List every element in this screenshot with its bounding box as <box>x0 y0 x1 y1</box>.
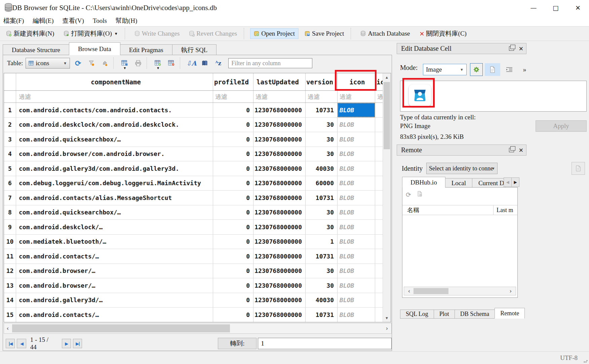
cell-icon-blob[interactable]: BLOB <box>338 147 375 161</box>
last-page-button[interactable]: ▶| <box>73 339 82 348</box>
scroll-left-icon[interactable]: ‹ <box>405 288 413 294</box>
edit-cell-dock-titlebar[interactable]: Edit Database Cell ✕ <box>397 43 526 54</box>
cell-partial[interactable] <box>375 278 383 293</box>
cell-icon-blob[interactable]: BLOB <box>338 278 375 293</box>
cell-version[interactable]: 40030 <box>306 293 338 308</box>
scroll-left-icon[interactable]: ‹ <box>4 325 11 332</box>
row-number[interactable]: 14 <box>4 293 16 308</box>
tab-edit-pragmas[interactable]: Edit Pragmas <box>120 44 172 55</box>
cell-version[interactable]: 30 <box>306 118 338 132</box>
row-number[interactable]: 5 <box>4 161 16 176</box>
more-tools-chevron[interactable]: » <box>518 63 531 76</box>
goto-record-input[interactable] <box>258 338 392 349</box>
open-project-button[interactable]: Open Project <box>250 28 299 39</box>
cell-profileId[interactable]: 0 <box>213 293 253 308</box>
cell-version[interactable]: 30 <box>306 147 338 161</box>
cell-componentName[interactable]: com.android.browser/… <box>16 278 213 293</box>
resize-grip[interactable] <box>584 359 588 363</box>
menu-file[interactable]: 檔案(F) <box>3 16 28 26</box>
table-row[interactable]: 10com.mediatek.bluetooth/…01230768000000… <box>4 235 383 249</box>
cell-lastUpdated[interactable]: 1230768000000 <box>253 147 306 161</box>
table-row[interactable]: 11com.android.contacts/…0123076800000010… <box>4 249 383 264</box>
cell-lastUpdated[interactable]: 1230768000000 <box>253 278 306 293</box>
row-number[interactable]: 12 <box>4 264 16 278</box>
cell-version[interactable]: 10731 <box>306 249 338 264</box>
filter-cell-profileId[interactable]: 過濾 <box>213 91 253 103</box>
column-header-profileId[interactable]: profileId <box>213 73 253 90</box>
cell-profileId[interactable]: 0 <box>213 147 253 161</box>
row-number[interactable]: 10 <box>4 235 16 249</box>
cell-profileId[interactable]: 0 <box>213 308 253 322</box>
cell-profileId[interactable]: 0 <box>213 118 253 132</box>
horizontal-scrollbar-thumb[interactable] <box>12 324 230 332</box>
encoding-label[interactable]: UTF-8 <box>560 354 578 362</box>
close-dock-icon[interactable]: ✕ <box>519 45 523 52</box>
cell-icon-blob[interactable]: BLOB <box>338 293 375 308</box>
remote-tab-local[interactable]: Local <box>445 178 472 188</box>
remote-horizontal-scrollbar[interactable]: ‹ › <box>404 287 516 295</box>
cell-lastUpdated[interactable]: 1230768000000 <box>253 249 306 264</box>
close-button[interactable]: ✕ <box>567 0 589 15</box>
cell-partial[interactable] <box>375 205 383 220</box>
cell-componentName[interactable]: com.android.gallery3d/… <box>16 293 213 308</box>
filter-any-column-input[interactable] <box>228 58 312 68</box>
cell-lastUpdated[interactable]: 1230768000000 <box>253 103 306 117</box>
table-row[interactable]: 2com.android.deskclock/com.android.deskc… <box>4 118 383 132</box>
cell-lastUpdated[interactable]: 1230768000000 <box>253 293 306 308</box>
cell-componentName[interactable]: com.debug.loggerui/com.debug.loggerui.Ma… <box>16 176 213 191</box>
remote-column-last-modified[interactable]: Last m <box>497 207 513 214</box>
cell-icon-blob[interactable]: BLOB <box>338 118 375 132</box>
cell-version[interactable]: 30 <box>306 205 338 220</box>
horizontal-scrollbar[interactable]: ‹ › <box>4 323 392 334</box>
scroll-right-icon[interactable]: › <box>507 288 514 294</box>
cell-componentName[interactable]: com.android.contacts/alias.MessageShortc… <box>16 191 213 205</box>
cell-lastUpdated[interactable]: 1230768000000 <box>253 308 306 322</box>
row-number[interactable]: 7 <box>4 191 16 205</box>
row-number[interactable]: 9 <box>4 220 16 234</box>
table-row[interactable]: 8com.android.quicksearchbox/…01230768000… <box>4 205 383 220</box>
save-project-button[interactable]: Save Project <box>301 29 348 39</box>
table-row[interactable]: 3com.android.quicksearchbox/…01230768000… <box>4 132 383 147</box>
goto-record-button[interactable]: 轉到: <box>218 338 257 349</box>
cell-partial[interactable] <box>375 103 383 117</box>
cell-version[interactable]: 60000 <box>306 176 338 191</box>
first-page-button[interactable]: |◀ <box>6 339 15 348</box>
cell-componentName[interactable]: com.android.browser/com.android.browser. <box>16 147 213 161</box>
filter-cell-lastUpdated[interactable]: 過濾 <box>253 91 306 103</box>
revert-changes-button[interactable]: Revert Changes <box>186 29 240 39</box>
save-filter-button[interactable]: ⇩A <box>186 58 197 69</box>
dock-tab-remote[interactable]: Remote <box>495 308 525 319</box>
table-row[interactable]: 14com.android.gallery3d/…012307680000004… <box>4 293 383 308</box>
new-database-button[interactable]: 新建資料庫(N) <box>3 28 57 39</box>
cell-lastUpdated[interactable]: 1230768000000 <box>253 264 306 278</box>
dock-tab-db-schema[interactable]: DB Schema <box>455 310 495 319</box>
cell-partial[interactable] <box>375 293 383 308</box>
cell-icon-blob[interactable]: BLOB <box>338 220 375 234</box>
cell-icon-blob[interactable]: BLOB <box>338 249 375 264</box>
table-row[interactable]: 12com.android.browser/…0123076800000030B… <box>4 264 383 279</box>
vertical-scrollbar-thumb[interactable] <box>384 82 390 149</box>
table-row[interactable]: 5com.android.gallery3d/com.android.galle… <box>4 161 383 176</box>
cell-profileId[interactable]: 0 <box>213 161 253 176</box>
cell-componentName[interactable]: com.mediatek.bluetooth/… <box>16 235 213 249</box>
cell-icon-blob[interactable]: BLOB <box>338 161 375 176</box>
cell-icon-blob[interactable]: BLOB <box>338 235 375 249</box>
row-number[interactable]: 8 <box>4 205 16 220</box>
cell-componentName[interactable]: com.android.quicksearchbox/… <box>16 132 213 147</box>
cell-componentName[interactable]: com.android.deskclock/com.android.deskcl… <box>16 118 213 132</box>
cell-icon-blob[interactable]: BLOB <box>338 176 375 191</box>
clear-filters-button[interactable] <box>86 58 97 69</box>
menu-edit[interactable]: 編輯(E) <box>33 16 57 26</box>
cell-version[interactable]: 30 <box>306 132 338 147</box>
menu-help[interactable]: 幫助(H) <box>116 16 141 26</box>
row-number[interactable]: 3 <box>4 132 16 147</box>
cell-version[interactable]: 10731 <box>306 308 338 322</box>
table-row[interactable]: 1com.android.contacts/com.android.contac… <box>4 103 383 118</box>
table-row[interactable]: 9com.android.deskclock/…0123076800000030… <box>4 220 383 235</box>
cell-partial[interactable] <box>375 118 383 132</box>
column-header-componentName[interactable]: componentName <box>16 73 213 90</box>
write-changes-button[interactable]: Write Changes <box>131 29 183 39</box>
cell-version[interactable]: 40030 <box>306 161 338 176</box>
chevron-down-icon[interactable]: ▼ <box>156 66 160 70</box>
cell-profileId[interactable]: 0 <box>213 132 253 147</box>
